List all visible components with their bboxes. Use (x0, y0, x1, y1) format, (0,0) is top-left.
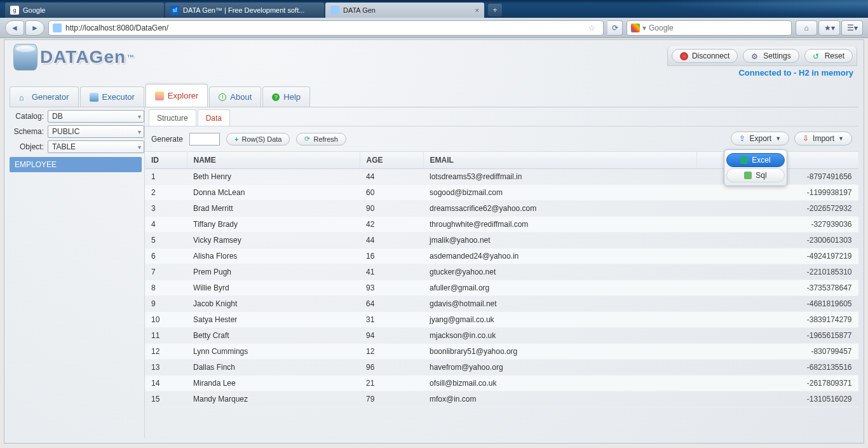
export-button[interactable]: ⇪ Export ▼ (731, 132, 789, 146)
cell-id: 13 (145, 360, 187, 376)
object-value: TABLE (52, 142, 76, 151)
table-row[interactable]: 5Vicky Ramsey44jmalik@yahoo.net-23006013… (145, 233, 858, 248)
browser-tab-datagen[interactable]: DATA Gen × (325, 3, 484, 18)
data-toolbar: Generate + Row(S) Data ⟳ Refresh ⇪ Expor… (145, 126, 858, 152)
export-sql-item[interactable]: Sql (726, 168, 785, 182)
catalog-select[interactable]: DB (48, 110, 144, 123)
schema-label: Schema: (10, 127, 48, 136)
table-row[interactable]: 11Betty Craft94mjackson@in.co.uk-1965615… (145, 328, 858, 344)
top-action-bar: Disconnect ⚙ Settings ↺ Reset (667, 46, 857, 66)
table-row[interactable]: 12Lynn Cummings12boonlibrary51@yahoo.org… (145, 344, 858, 360)
google-search-icon (631, 24, 640, 32)
logo-text: DATAGen (40, 47, 126, 67)
object-select[interactable]: TABLE (48, 140, 144, 153)
cell-email: afuller@gmail.org (423, 280, 696, 296)
cell-age: 12 (360, 344, 423, 360)
cell-num: -4681819605 (696, 296, 858, 312)
close-tab-icon[interactable]: × (475, 6, 479, 14)
back-button[interactable]: ◄ (5, 20, 24, 36)
url-input[interactable] (65, 24, 585, 32)
subtab-data[interactable]: Data (198, 109, 230, 126)
new-tab-button[interactable]: + (488, 4, 502, 17)
cell-num: -1310516029 (696, 391, 858, 407)
tab-help[interactable]: ? Help (262, 86, 310, 107)
refresh-button[interactable]: ⟳ Refresh (296, 133, 346, 146)
toolbar-right: ⇪ Export ▼ ⇩ Import ▼ (731, 132, 852, 146)
tab-explorer[interactable]: Explorer (146, 84, 208, 107)
cell-name: Satya Hester (187, 312, 360, 328)
bookmark-star-icon[interactable]: ☆ (588, 24, 595, 32)
cell-email: mfox@in.com (423, 391, 696, 407)
tab-label: About (230, 92, 252, 102)
cell-name: Betty Craft (187, 328, 360, 344)
cell-email: dreamssacrifice62@yahoo.com (423, 201, 696, 217)
tab-about[interactable]: ! About (209, 86, 261, 107)
table-row[interactable]: 3Brad Merritt90dreamssacrifice62@yahoo.c… (145, 201, 858, 217)
sf-favicon-icon: sf (170, 6, 179, 15)
settings-button[interactable]: ⚙ Settings (743, 49, 799, 63)
refresh-icon: ⟳ (304, 135, 310, 143)
cell-age: 79 (360, 391, 423, 407)
browser-search-box[interactable]: ▾ (627, 20, 792, 36)
cell-name: Jacob Knight (187, 296, 360, 312)
forward-button[interactable]: ► (25, 20, 44, 36)
table-row[interactable]: 6Alisha Flores16asdemanded24@yahoo.in-49… (145, 248, 858, 264)
table-row[interactable]: 4Tiffany Brady42throughwhite@rediffmail.… (145, 217, 858, 233)
disconnect-button[interactable]: Disconnect (672, 49, 738, 63)
refresh-label: Refresh (313, 135, 338, 143)
schema-select[interactable]: PUBLIC (48, 125, 144, 138)
import-button[interactable]: ⇩ Import ▼ (794, 132, 852, 146)
chevron-down-icon: ▼ (838, 135, 844, 142)
export-excel-item[interactable]: Excel (726, 153, 785, 167)
cell-name: Mandy Marquez (187, 391, 360, 407)
settings-label: Settings (763, 51, 790, 60)
import-icon: ⇩ (803, 134, 809, 143)
gear-icon: ⚙ (751, 52, 759, 60)
col-name[interactable]: NAME (187, 152, 360, 169)
cell-id: 15 (145, 391, 187, 407)
disconnect-icon (680, 52, 688, 60)
table-row[interactable]: 9Jacob Knight64gdavis@hotmail.net-468181… (145, 296, 858, 312)
col-id[interactable]: ID (145, 152, 187, 169)
home-button[interactable]: ⌂ (796, 20, 817, 36)
cell-id: 3 (145, 201, 187, 217)
reset-button[interactable]: ↺ Reset (804, 49, 853, 63)
generate-count-input[interactable] (189, 133, 220, 146)
reload-button[interactable]: ⟳ (607, 20, 623, 36)
table-row[interactable]: 15Mandy Marquez79mfox@in.com-1310516029 (145, 391, 858, 407)
site-identity-icon (53, 24, 62, 32)
cell-id: 10 (145, 312, 187, 328)
rows-data-button[interactable]: + Row(S) Data (226, 133, 290, 146)
tab-generator[interactable]: ⌂ Generator (10, 86, 79, 107)
bookmarks-button[interactable]: ★▾ (818, 20, 840, 36)
col-age[interactable]: AGE (360, 152, 423, 169)
url-bar[interactable]: ☆ (48, 20, 604, 36)
search-dropdown-icon[interactable]: ▾ (642, 24, 646, 32)
col-email[interactable]: EMAIL (423, 152, 696, 169)
cell-email: ofsill@bizmail.co.uk (423, 376, 696, 391)
cell-name: Donna McLean (187, 185, 360, 201)
subtab-structure[interactable]: Structure (149, 109, 196, 126)
tab-label: Explorer (168, 91, 198, 100)
object-item-employee[interactable]: EMPLOYEE (10, 157, 142, 172)
tab-executor[interactable]: Executor (80, 86, 144, 107)
catalog-row: Catalog: DB (10, 110, 144, 123)
table-row[interactable]: 13Dallas Finch96havefrom@yahoo.org-68231… (145, 360, 858, 376)
table-row[interactable]: 10Satya Hester31jyang@gmail.co.uk-383917… (145, 312, 858, 328)
cell-email: sogood@bizmail.com (423, 185, 696, 201)
browser-tab-label: Google (23, 6, 45, 14)
browser-search-input[interactable] (649, 24, 787, 32)
table-row[interactable]: 8Willie Byrd93afuller@gmail.org-37353786… (145, 280, 858, 296)
subtab-label: Structure (157, 114, 188, 123)
menu-button[interactable]: ☰▾ (841, 20, 863, 36)
trademark-icon: ™ (127, 53, 135, 61)
schema-value: PUBLIC (52, 127, 79, 136)
data-grid-wrap[interactable]: › ID NAME AGE EMAIL 1Beth Henry44lotsdre… (145, 152, 858, 438)
browser-tab-sourceforge[interactable]: sf DATA Gen™ | Free Development soft... (165, 3, 324, 18)
table-row[interactable]: 14Miranda Lee21ofsill@bizmail.co.uk-2617… (145, 376, 858, 391)
table-row[interactable]: 2Donna McLean60sogood@bizmail.com-119993… (145, 185, 858, 201)
browser-tab-google[interactable]: g Google (5, 3, 164, 18)
cell-age: 42 (360, 217, 423, 233)
table-row[interactable]: 7Prem Pugh41gtucker@yahoo.net-2210185310 (145, 264, 858, 280)
cell-num: -830799457 (696, 344, 858, 360)
